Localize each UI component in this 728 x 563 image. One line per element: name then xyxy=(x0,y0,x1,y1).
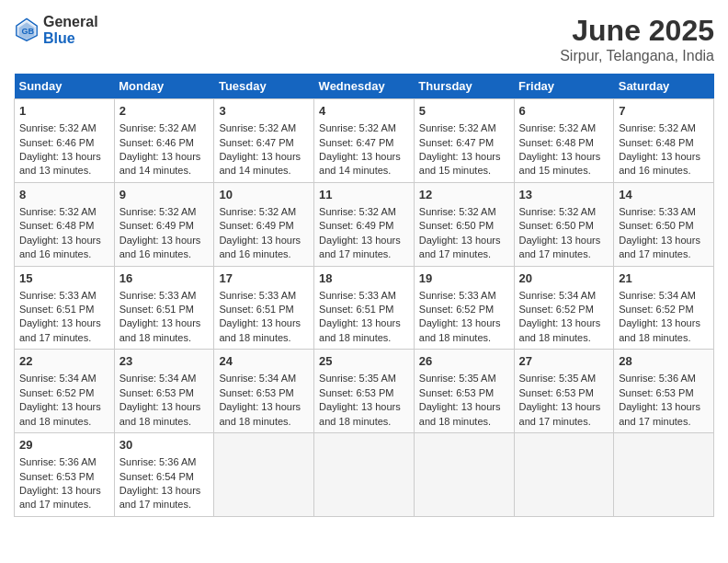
day-info: Daylight: 13 hours xyxy=(19,316,109,330)
calendar-cell: 11Sunrise: 5:32 AMSunset: 6:49 PMDayligh… xyxy=(314,182,415,266)
day-info: and 17 minutes. xyxy=(419,247,509,261)
day-info: and 18 minutes. xyxy=(419,415,509,429)
day-info: Daylight: 13 hours xyxy=(519,316,609,330)
day-number: 29 xyxy=(19,437,109,454)
day-number: 27 xyxy=(519,353,609,370)
day-info: Daylight: 13 hours xyxy=(319,400,409,414)
day-info: and 16 minutes. xyxy=(219,247,309,261)
calendar-cell: 24Sunrise: 5:34 AMSunset: 6:53 PMDayligh… xyxy=(214,350,314,433)
day-info: and 14 minutes. xyxy=(119,164,210,178)
day-number: 8 xyxy=(19,187,109,203)
month-title: June 2025 xyxy=(560,14,714,48)
day-number: 6 xyxy=(519,103,609,120)
calendar-cell: 28Sunrise: 5:36 AMSunset: 6:53 PMDayligh… xyxy=(614,350,714,433)
calendar-cell: 14Sunrise: 5:33 AMSunset: 6:50 PMDayligh… xyxy=(614,182,714,266)
day-info: and 15 minutes. xyxy=(519,164,609,178)
calendar-cell xyxy=(314,433,415,517)
day-info: Daylight: 13 hours xyxy=(119,150,210,164)
day-info: Sunset: 6:54 PM xyxy=(119,470,210,484)
calendar-cell: 8Sunrise: 5:32 AMSunset: 6:48 PMDaylight… xyxy=(15,182,115,266)
day-info: Daylight: 13 hours xyxy=(319,316,409,330)
day-number: 26 xyxy=(419,353,509,370)
day-info: Sunset: 6:53 PM xyxy=(119,386,210,400)
day-number: 3 xyxy=(219,103,309,120)
logo-icon: GB xyxy=(14,17,40,43)
day-info: Sunset: 6:51 PM xyxy=(119,303,210,316)
day-info: Sunrise: 5:32 AM xyxy=(219,205,309,219)
day-number: 15 xyxy=(19,270,109,287)
day-info: and 17 minutes. xyxy=(619,415,709,429)
day-info: Daylight: 13 hours xyxy=(619,316,709,330)
svg-text:GB: GB xyxy=(21,27,34,36)
day-info: Sunrise: 5:34 AM xyxy=(19,372,109,385)
day-info: and 15 minutes. xyxy=(419,164,509,178)
day-info: Daylight: 13 hours xyxy=(419,234,509,247)
day-info: Daylight: 13 hours xyxy=(119,484,210,498)
day-info: Daylight: 13 hours xyxy=(19,150,109,164)
day-info: Sunset: 6:48 PM xyxy=(619,136,709,150)
title-area: June 2025 Sirpur, Telangana, India xyxy=(560,14,714,64)
day-number: 5 xyxy=(419,103,509,120)
calendar-cell: 10Sunrise: 5:32 AMSunset: 6:49 PMDayligh… xyxy=(214,182,314,266)
day-info: Sunrise: 5:32 AM xyxy=(519,205,609,219)
day-info: Sunset: 6:53 PM xyxy=(319,386,409,400)
logo-blue: Blue xyxy=(43,30,75,46)
calendar-cell: 1Sunrise: 5:32 AMSunset: 6:46 PMDaylight… xyxy=(15,99,115,183)
day-info: and 16 minutes. xyxy=(119,247,210,261)
calendar-cell: 17Sunrise: 5:33 AMSunset: 6:51 PMDayligh… xyxy=(214,266,314,350)
day-info: Sunset: 6:53 PM xyxy=(419,386,509,400)
day-info: Sunset: 6:47 PM xyxy=(419,136,509,150)
calendar-cell: 27Sunrise: 5:35 AMSunset: 6:53 PMDayligh… xyxy=(514,350,614,433)
calendar-cell xyxy=(414,433,514,517)
day-info: Daylight: 13 hours xyxy=(19,400,109,414)
day-info: Sunrise: 5:32 AM xyxy=(319,205,409,219)
day-info: Sunset: 6:52 PM xyxy=(619,303,709,316)
day-number: 18 xyxy=(319,270,409,287)
day-number: 20 xyxy=(519,270,609,287)
day-info: and 18 minutes. xyxy=(319,331,409,345)
calendar-cell: 19Sunrise: 5:33 AMSunset: 6:52 PMDayligh… xyxy=(414,266,514,350)
day-number: 12 xyxy=(419,187,509,203)
col-monday: Monday xyxy=(114,74,214,99)
day-info: Sunset: 6:53 PM xyxy=(219,386,309,400)
day-number: 10 xyxy=(219,187,309,203)
day-number: 1 xyxy=(19,103,109,120)
day-number: 24 xyxy=(219,353,309,370)
day-info: Sunset: 6:51 PM xyxy=(319,303,409,316)
day-info: Daylight: 13 hours xyxy=(419,316,509,330)
day-info: Sunset: 6:53 PM xyxy=(19,470,109,484)
day-info: and 17 minutes. xyxy=(19,331,109,345)
day-info: Sunset: 6:52 PM xyxy=(519,303,609,316)
day-info: Daylight: 13 hours xyxy=(419,400,509,414)
day-info: and 14 minutes. xyxy=(219,164,309,178)
day-info: and 18 minutes. xyxy=(119,331,210,345)
day-info: Sunrise: 5:33 AM xyxy=(119,289,210,303)
calendar-cell: 3Sunrise: 5:32 AMSunset: 6:47 PMDaylight… xyxy=(214,99,314,183)
day-info: and 18 minutes. xyxy=(219,415,309,429)
col-wednesday: Wednesday xyxy=(314,74,415,99)
day-info: Daylight: 13 hours xyxy=(219,400,309,414)
day-info: Sunrise: 5:33 AM xyxy=(419,289,509,303)
day-info: and 18 minutes. xyxy=(19,415,109,429)
calendar-cell: 16Sunrise: 5:33 AMSunset: 6:51 PMDayligh… xyxy=(114,266,214,350)
day-info: Sunrise: 5:32 AM xyxy=(619,121,709,135)
day-info: and 18 minutes. xyxy=(319,415,409,429)
day-info: Daylight: 13 hours xyxy=(519,234,609,247)
calendar-cell: 18Sunrise: 5:33 AMSunset: 6:51 PMDayligh… xyxy=(314,266,415,350)
day-info: and 13 minutes. xyxy=(19,164,109,178)
day-info: and 18 minutes. xyxy=(419,331,509,345)
day-info: Daylight: 13 hours xyxy=(119,234,210,247)
day-number: 13 xyxy=(519,187,609,203)
calendar-cell: 12Sunrise: 5:32 AMSunset: 6:50 PMDayligh… xyxy=(414,182,514,266)
calendar-cell: 13Sunrise: 5:32 AMSunset: 6:50 PMDayligh… xyxy=(514,182,614,266)
calendar-week-row: 1Sunrise: 5:32 AMSunset: 6:46 PMDaylight… xyxy=(15,99,714,183)
day-info: Sunset: 6:47 PM xyxy=(219,136,309,150)
day-number: 9 xyxy=(119,187,210,203)
day-info: and 18 minutes. xyxy=(619,331,709,345)
col-friday: Friday xyxy=(514,74,614,99)
day-info: Sunset: 6:51 PM xyxy=(219,303,309,316)
day-info: and 14 minutes. xyxy=(319,164,409,178)
day-info: Sunset: 6:50 PM xyxy=(519,219,609,233)
day-info: and 17 minutes. xyxy=(519,247,609,261)
day-info: Sunrise: 5:36 AM xyxy=(619,372,709,385)
